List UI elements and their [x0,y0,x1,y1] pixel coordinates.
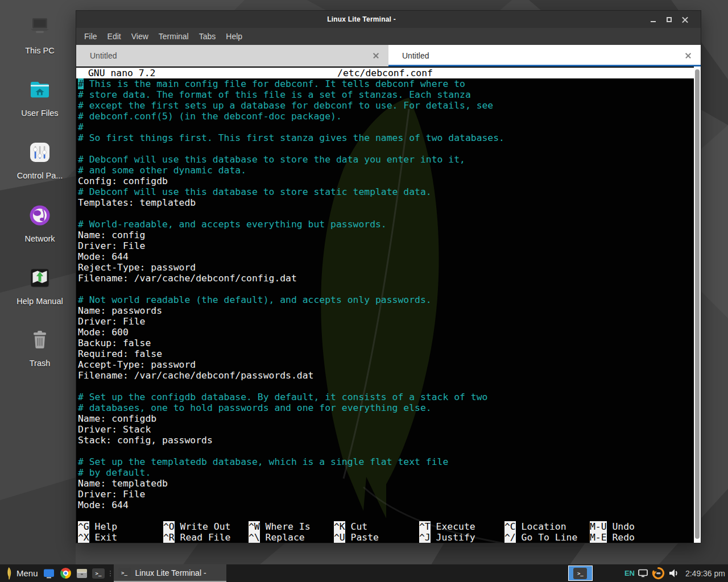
nano-shortcut-where-is[interactable]: ^W Where Is [249,521,311,532]
nano-shortcut-execute[interactable]: ^T Execute [419,521,475,532]
scrollbar[interactable] [694,66,701,543]
editor-line: # debconf.conf(5) (in the debconf-doc pa… [76,111,694,122]
menu-view[interactable]: View [126,30,154,43]
editor-line: # databases, one to hold passwords and o… [76,402,694,413]
editor-line: Driver: Stack [76,424,694,435]
nano-shortcut-write-out[interactable]: ^O Write Out [163,521,230,532]
desktop-pager-icon[interactable] [43,564,55,582]
editor-line [76,143,694,154]
computer-icon [26,14,53,41]
text-cursor: # [78,78,84,89]
editor-line [76,284,694,294]
nano-shortcut-location[interactable]: ^C Location [504,521,566,532]
task-button-label: Linux Lite Terminal - [135,568,206,577]
editor-line: Mode: 600 [76,327,694,338]
editor-line: Name: config [76,230,694,240]
tab-close-icon[interactable] [685,52,692,59]
editor-line: # So first things first. This first stan… [76,132,694,143]
editor-line: Filename: /var/cache/debconf/passwords.d… [76,370,694,381]
editor-line: # Debconf will use this database to stor… [76,186,694,197]
keyboard-layout-indicator[interactable]: EN [624,569,635,577]
editor-line: Required: false [76,348,694,359]
editor-line: # World-readable, and accepts everything… [76,219,694,230]
file-manager-icon[interactable] [76,564,88,582]
desktop-icon-this-pc[interactable]: This PC [9,14,71,55]
editor-line: Templates: templatedb [76,197,694,208]
editor-line: # by default. [76,467,694,478]
nano-shortcut-help[interactable]: ^G Help [78,521,117,532]
nano-shortcut-cut[interactable]: ^K Cut [334,521,367,532]
editor-line: # Not world readable (the default), and … [76,294,694,305]
editor-line: Name: templatedb [76,478,694,489]
desktop-icon-label: Trash [30,359,51,368]
globe-icon [26,202,53,229]
editor-line: # except the first sets up a database fo… [76,100,694,111]
editor-line [76,510,694,521]
terminal-icon: >_ [118,568,131,578]
tab-label: Untitled [90,51,117,60]
nano-shortcut-read-file[interactable]: ^R Read File [163,532,230,543]
taskbar-separator [108,568,113,579]
desktop-icon-control-panel[interactable]: Control Pa... [9,139,71,180]
clock[interactable]: 2:49:36 pm [685,569,725,578]
editor-line: Driver: File [76,316,694,327]
desktop-icon-label: User Files [21,109,58,118]
system-tray: >_ EN 2:49:36 pm [568,564,728,582]
titlebar[interactable]: Linux Lite Terminal - [76,11,701,28]
menu-help[interactable]: Help [221,30,247,43]
menu-file[interactable]: File [79,30,102,43]
desktop-icon-trash[interactable]: Trash [9,326,71,368]
editor-line: # This is the main config file for debco… [76,78,694,89]
desktop-icon-user-files[interactable]: User Files [9,76,71,118]
editor-line [76,446,694,456]
desktop-icon-help-manual[interactable]: Help Manual [9,264,71,306]
tab-untitled-1[interactable]: Untitled [76,45,388,66]
volume-icon[interactable] [668,568,679,578]
editor-line: Driver: File [76,240,694,251]
display-icon[interactable] [638,569,648,577]
menu-button[interactable]: Menu [0,564,41,582]
chromium-icon[interactable] [59,564,72,582]
menu-terminal[interactable]: Terminal [154,30,194,43]
nano-shortcut-bar: ^G Help^O Write Out^W Where Is^K Cut^T E… [76,521,687,543]
desktop-icon-label: Network [24,234,55,243]
tab-close-icon[interactable] [373,52,379,59]
tab-untitled-2[interactable]: Untitled [388,45,701,66]
nano-shortcut-go-to-line[interactable]: ^/ Go To Line [504,532,577,543]
window-title: Linux Lite Terminal - [76,15,647,23]
editor-line: Backup: false [76,338,694,348]
tab-label: Untitled [402,51,429,60]
desktop-icon-label: Help Manual [16,297,63,306]
editor-line: Reject-Type: password [76,262,694,273]
tray-terminal-icon[interactable]: >_ [568,566,593,581]
menubar: FileEditViewTerminalTabsHelp [76,28,701,45]
editor-line [76,381,694,392]
nano-shortcut-replace[interactable]: ^\ Replace [249,532,305,543]
editor-line: # and some other dynamic data. [76,165,694,176]
tabbar: Untitled Untitled [76,45,701,66]
menu-tabs[interactable]: Tabs [194,30,221,43]
editor-line: # Debconf will use this database to stor… [76,154,694,165]
menu-edit[interactable]: Edit [102,30,126,43]
editor-line: Accept-Type: password [76,359,694,370]
nano-shortcut-redo[interactable]: M-E Redo [590,532,635,543]
editor-line [76,208,694,219]
nano-shortcut-paste[interactable]: ^U Paste [334,532,379,543]
trash-icon [26,326,53,354]
desktop-icon-network[interactable]: Network [9,202,71,243]
close-button[interactable] [677,11,693,28]
editor-line: Filename: /var/cache/debconf/config.dat [76,273,694,284]
terminal-area[interactable]: GNU nano 7.2/etc/debconf.conf # This is … [76,66,701,543]
terminal-launcher-icon[interactable]: >_ [92,564,105,582]
minimize-button[interactable] [645,11,661,28]
scrollbar-thumb[interactable] [695,69,700,539]
editor-line: Stack: config, passwords [76,435,694,446]
editor-line: Driver: File [76,489,694,500]
nano-shortcut-exit[interactable]: ^X Exit [78,532,117,543]
nano-shortcut-undo[interactable]: M-U Undo [590,521,635,532]
maximize-button[interactable] [661,11,677,28]
menu-label: Menu [16,568,38,578]
nano-shortcut-justify[interactable]: ^J Justify [419,532,475,543]
task-button-terminal[interactable]: >_ Linux Lite Terminal - [114,564,226,582]
update-icon[interactable] [652,567,665,580]
